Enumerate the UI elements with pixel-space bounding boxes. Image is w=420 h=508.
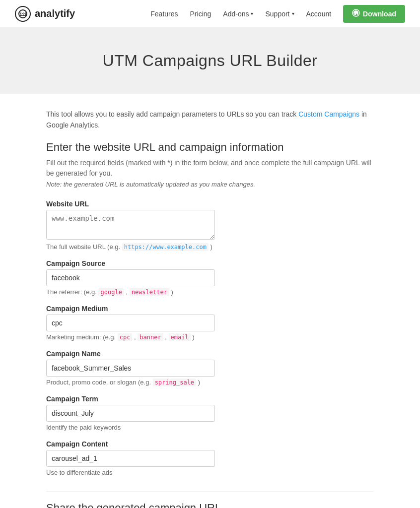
website-url-group: Website URL The full website URL (e.g. h… [46, 200, 374, 251]
campaign-medium-group: Campaign Medium Marketing medium: (e.g. … [46, 305, 374, 341]
website-url-input[interactable] [46, 210, 215, 240]
form-note: Note: the generated URL is automatically… [46, 181, 374, 188]
custom-campaigns-link[interactable]: Custom Campaigns [298, 110, 359, 118]
download-label: Download [363, 10, 396, 18]
chevron-down-icon: ▾ [292, 11, 294, 16]
campaign-content-input[interactable] [46, 450, 215, 467]
navbar: iii analytify Features Pricing Add-ons ▾… [0, 0, 420, 28]
campaign-name-group: Campaign Name Product, promo code, or sl… [46, 350, 374, 386]
brand-name: analytify [35, 8, 75, 19]
page-title: UTM Campaigns URL Builder [10, 52, 410, 70]
chevron-down-icon: ▾ [251, 11, 253, 16]
intro-paragraph: This tool allows you to easily add campa… [46, 109, 374, 131]
main-content: This tool allows you to easily add campa… [36, 94, 384, 508]
brand-logo[interactable]: iii analytify [15, 6, 75, 22]
campaign-content-label: Campaign Content [46, 440, 374, 448]
campaign-source-group: Campaign Source The referrer: (e.g. goog… [46, 259, 374, 296]
nav-account[interactable]: Account [306, 10, 332, 18]
campaign-term-input[interactable] [46, 405, 215, 422]
download-button[interactable]: Download [343, 5, 405, 23]
campaign-source-hint: The referrer: (e.g. google , newsletter … [46, 288, 374, 296]
wordpress-icon [352, 9, 360, 19]
share-title: Share the generated campaign URL [46, 502, 374, 508]
campaign-term-group: Campaign Term Identify the paid keywords [46, 395, 374, 431]
form-section-title: Enter the website URL and campaign infor… [46, 141, 374, 154]
campaign-name-label: Campaign Name [46, 350, 374, 358]
brand-icon: iii [15, 6, 31, 22]
campaign-term-label: Campaign Term [46, 395, 374, 403]
campaign-name-input[interactable] [46, 360, 215, 377]
example-url-link[interactable]: https://www.example.com [122, 243, 209, 251]
share-section: Share the generated campaign URL Use thi… [46, 491, 374, 508]
nav-addons[interactable]: Add-ons ▾ [223, 10, 253, 18]
nav-support[interactable]: Support ▾ [265, 10, 294, 18]
svg-text:iii: iii [19, 12, 27, 17]
website-url-label: Website URL [46, 200, 374, 208]
campaign-source-label: Campaign Source [46, 259, 374, 267]
campaign-source-input[interactable] [46, 269, 215, 286]
form-subtitle: Fill out the required fields (marked wit… [46, 158, 374, 179]
nav-links: Features Pricing Add-ons ▾ Support ▾ Acc… [150, 5, 405, 23]
intro-text-before: This tool allows you to easily add campa… [46, 110, 298, 118]
campaign-content-hint: Use to differentiate ads [46, 469, 374, 476]
campaign-content-group: Campaign Content Use to differentiate ad… [46, 440, 374, 476]
campaign-name-hint: Product, promo code, or slogan (e.g. spr… [46, 379, 374, 386]
campaign-medium-hint: Marketing medium: (e.g. cpc , banner , e… [46, 333, 374, 341]
website-url-hint: The full website URL (e.g. https://www.e… [46, 243, 374, 251]
nav-pricing[interactable]: Pricing [190, 10, 211, 18]
nav-features[interactable]: Features [150, 10, 178, 18]
campaign-medium-input[interactable] [46, 315, 215, 331]
hero-banner: UTM Campaigns URL Builder [0, 28, 420, 94]
campaign-term-hint: Identify the paid keywords [46, 424, 374, 431]
campaign-medium-label: Campaign Medium [46, 305, 374, 313]
